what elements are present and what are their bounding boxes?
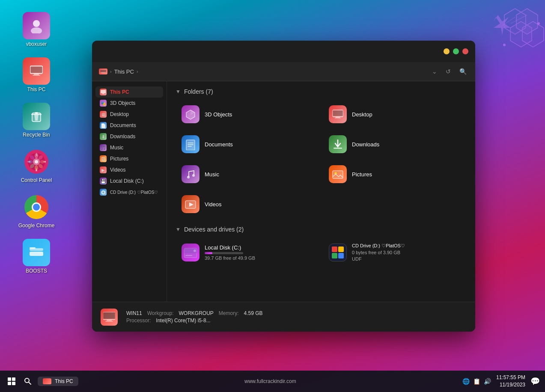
tray-clipboard-icon[interactable]: 📋: [473, 378, 480, 385]
svg-rect-44: [188, 143, 194, 143]
controlpanel-icon: [23, 148, 50, 175]
svg-rect-40: [333, 110, 343, 116]
svg-rect-46: [188, 146, 192, 147]
sidebar-localc-icon: 💾: [100, 178, 107, 184]
drive-item-localc[interactable]: Local Disk (C:) 39.7 GB free of 49.9 GB: [176, 239, 319, 266]
minimize-button[interactable]: [444, 48, 450, 54]
drive-c-size: 39.7 GB free of 49.9 GB: [205, 255, 255, 261]
sidebar-item-documents[interactable]: 📄 Documents: [95, 120, 163, 131]
folder-item-downloads[interactable]: Downloads: [323, 131, 467, 157]
svg-rect-33: [100, 70, 106, 72]
videos-folder-name: Videos: [205, 201, 222, 208]
sidebar-item-music[interactable]: 🎵 Music: [95, 142, 163, 153]
desktop-icon-thispc[interactable]: This PC: [9, 54, 64, 96]
sidebar-item-cddrive[interactable]: 💿 CD Drive (D:) ♡PlatOS♡: [95, 187, 163, 198]
sidebar-thispc-icon: [100, 89, 107, 95]
desktop-icon-controlpanel[interactable]: Control Panel: [9, 145, 64, 187]
maximize-button[interactable]: [453, 48, 459, 54]
title-bar: [92, 41, 475, 62]
taskbar-search-button[interactable]: [21, 375, 34, 388]
svg-rect-12: [34, 74, 39, 75]
svg-point-27: [28, 160, 33, 163]
drive-c-name: Local Disk (C:): [205, 244, 255, 251]
svg-rect-42: [335, 118, 341, 119]
desktop-icon-recycle[interactable]: Recycle Bin: [9, 99, 64, 141]
svg-rect-29: [30, 252, 43, 256]
svg-rect-58: [332, 246, 337, 252]
status-row-1: WIN11 Workgroup: WORKGROUP Memory: 4.59 …: [126, 310, 263, 316]
chat-icon[interactable]: 💬: [530, 377, 540, 386]
thispc-icon: [23, 57, 50, 85]
drive-d-info: CD Drive (D:) ♡PlatOS♡ 0 bytes free of 3…: [352, 243, 405, 261]
refresh-button[interactable]: ↺: [444, 66, 453, 77]
vboxuser-label: vboxuser: [26, 41, 47, 47]
path-thispc[interactable]: This PC: [114, 68, 134, 75]
vboxuser-icon: [23, 12, 50, 39]
svg-rect-66: [8, 377, 11, 381]
svg-rect-15: [31, 114, 42, 115]
status-processor-label: Processor:: [126, 318, 151, 324]
sidebar-music-icon: 🎵: [100, 144, 107, 151]
sidebar-item-3dobjects[interactable]: 🎭 3D Objects: [95, 98, 163, 109]
status-memory-label: Memory:: [219, 310, 239, 316]
recycle-label: Recycle Bin: [23, 132, 50, 138]
address-controls: ⌄ ↺ 🔍: [430, 66, 468, 77]
taskbar-url-text: www.fullcrackindir.com: [244, 378, 296, 384]
boosts-label: BOOSTS: [26, 268, 47, 274]
dropdown-button[interactable]: ⌄: [430, 66, 439, 77]
folder-item-music[interactable]: Music: [176, 161, 319, 187]
folder-item-documents[interactable]: Documents: [176, 131, 319, 157]
tray-volume-icon[interactable]: 🔊: [484, 378, 491, 385]
sidebar-desktop-icon: 🖥: [100, 111, 107, 118]
tray-network-icon[interactable]: 🌐: [462, 378, 470, 385]
svg-rect-31: [30, 247, 36, 249]
desktop-icon-boosts[interactable]: BOOSTS: [9, 235, 64, 277]
svg-rect-59: [338, 246, 344, 252]
clock-date: 11/19/2023: [496, 381, 525, 389]
drive-item-cddrive[interactable]: CD Drive (D:) ♡PlatOS♡ 0 bytes free of 3…: [323, 239, 467, 266]
desktop-icon-vboxuser[interactable]: vboxuser: [9, 9, 64, 50]
pictures-folder-icon: [329, 165, 347, 183]
controlpanel-label: Control Panel: [21, 177, 52, 183]
sidebar: This PC 🎭 3D Objects 🖥 Desktop 📄 Documen…: [92, 81, 167, 302]
sidebar-item-thispc[interactable]: This PC: [95, 86, 163, 98]
svg-line-71: [29, 382, 31, 384]
folder-item-desktop[interactable]: Desktop: [323, 101, 467, 128]
system-tray: 🌐 📋 🔊: [462, 378, 491, 385]
path-separator-2: ›: [137, 69, 138, 74]
svg-rect-47: [334, 148, 342, 149]
folder-item-pictures[interactable]: Pictures: [323, 161, 467, 187]
address-bar: › This PC › ⌄ ↺ 🔍: [92, 62, 475, 81]
sidebar-downloads-label: Downloads: [110, 134, 135, 140]
status-row-2: Processor: Intel(R) Core(TM) i5-8...: [126, 318, 263, 324]
svg-rect-13: [33, 75, 40, 76]
sidebar-item-downloads[interactable]: ⬇ Downloads: [95, 131, 163, 142]
search-button[interactable]: 🔍: [458, 66, 468, 77]
taskbar-thispc-app[interactable]: This PC: [38, 377, 78, 386]
sidebar-3d-label: 3D Objects: [110, 100, 135, 106]
sidebar-item-pictures[interactable]: 🖼 Pictures: [95, 153, 163, 164]
chrome-icon: [23, 193, 50, 221]
path-separator-1: ›: [110, 69, 112, 74]
svg-point-6: [503, 44, 506, 46]
desktop-folder-icon: [329, 105, 347, 123]
sidebar-3d-icon: 🎭: [100, 100, 107, 107]
status-computername: WIN11: [126, 310, 142, 316]
drive-d-name: CD Drive (D:) ♡PlatOS♡: [352, 243, 405, 249]
svg-point-21: [35, 153, 38, 158]
start-button[interactable]: [5, 375, 18, 388]
drive-d-fs: UDF: [352, 256, 405, 261]
status-pc-icon: [101, 309, 118, 326]
pc-icon: [99, 68, 107, 74]
sidebar-item-localc[interactable]: 💾 Local Disk (C:): [95, 175, 163, 187]
sidebar-item-videos[interactable]: ▶ Videos: [95, 164, 163, 175]
folder-item-videos[interactable]: Videos: [176, 191, 319, 217]
svg-rect-16: [35, 112, 38, 114]
sidebar-item-desktop[interactable]: 🖥 Desktop: [95, 109, 163, 120]
thispc-label: This PC: [27, 86, 46, 92]
status-info: WIN11 Workgroup: WORKGROUP Memory: 4.59 …: [126, 310, 263, 324]
folder-item-3dobjects[interactable]: 3D Objects: [176, 101, 319, 128]
videos-folder-icon: [182, 195, 200, 213]
close-button[interactable]: [462, 48, 468, 54]
desktop-icon-chrome[interactable]: Google Chrome: [9, 190, 64, 232]
